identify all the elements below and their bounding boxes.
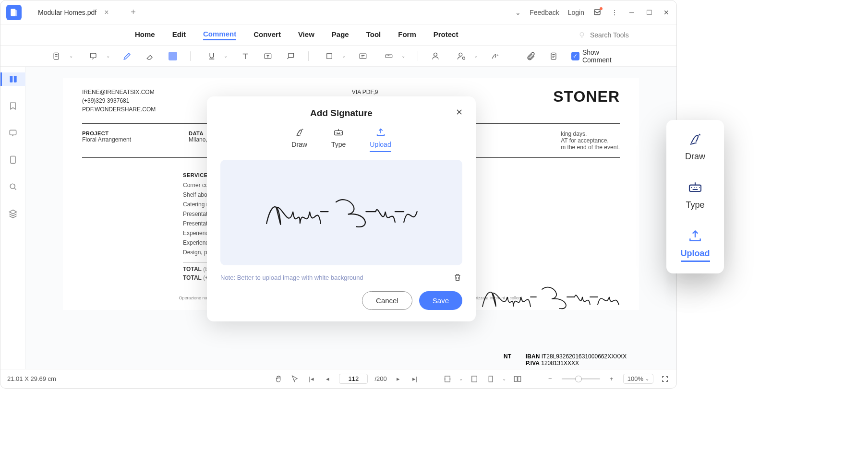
- signature-tool[interactable]: [490, 51, 500, 61]
- stamp-tool[interactable]: [358, 51, 368, 61]
- chevron-down-icon[interactable]: ⌄: [69, 53, 73, 59]
- page-number-input[interactable]: [339, 374, 368, 384]
- sidebar-thumbnails[interactable]: [0, 72, 25, 86]
- lightbulb-icon: [578, 31, 586, 39]
- note-tool[interactable]: [48, 51, 65, 61]
- keyboard-icon: [687, 180, 704, 195]
- svg-rect-25: [335, 130, 343, 135]
- search-tools-input[interactable]: [590, 31, 648, 39]
- draw-icon: [293, 127, 306, 138]
- chevron-down-icon[interactable]: ⌄: [106, 53, 110, 59]
- zoom-out-icon[interactable]: −: [545, 374, 555, 384]
- callout-tool[interactable]: [286, 51, 296, 61]
- person-settings-tool[interactable]: [453, 51, 470, 61]
- minimize-icon[interactable]: ─: [627, 8, 636, 17]
- float-type[interactable]: Type: [674, 180, 716, 210]
- chevron-down-icon[interactable]: ⌄: [515, 9, 521, 16]
- tab-close-icon[interactable]: ×: [104, 8, 108, 17]
- menu-home[interactable]: Home: [135, 30, 155, 39]
- search-tools: [578, 31, 648, 39]
- color-picker[interactable]: [168, 51, 178, 61]
- login-link[interactable]: Login: [568, 9, 584, 16]
- page-dimensions: 21.01 X 29.69 cm: [7, 375, 56, 382]
- sidebar-search[interactable]: [6, 180, 20, 193]
- two-page-icon[interactable]: [513, 374, 522, 384]
- svg-rect-20: [445, 376, 450, 382]
- svg-rect-18: [11, 156, 15, 164]
- maximize-icon[interactable]: ☐: [645, 8, 653, 17]
- signature-preview-area[interactable]: [220, 160, 462, 265]
- modal-tab-upload[interactable]: Upload: [370, 127, 391, 152]
- menu-view[interactable]: View: [298, 30, 314, 39]
- text-tool[interactable]: [240, 51, 250, 61]
- zoom-slider[interactable]: [562, 378, 600, 379]
- sidebar-comments[interactable]: [6, 126, 20, 140]
- doc-brand: STONER: [553, 88, 620, 114]
- modal-tab-draw[interactable]: Draw: [291, 127, 307, 152]
- float-upload[interactable]: Upload: [674, 228, 716, 262]
- modal-title: Add Signature: [220, 108, 462, 118]
- menu-convert[interactable]: Convert: [253, 30, 281, 39]
- menu-comment[interactable]: Comment: [203, 30, 236, 40]
- notification-icon[interactable]: [593, 8, 602, 17]
- menu-tool[interactable]: Tool: [366, 30, 381, 39]
- sidebar-attachments[interactable]: [6, 153, 20, 166]
- fullscreen-icon[interactable]: [660, 374, 670, 384]
- hand-tool-icon[interactable]: [274, 374, 283, 384]
- attachment-tool[interactable]: [526, 51, 536, 61]
- chevron-down-icon[interactable]: ⌄: [342, 53, 346, 59]
- draw-icon: [687, 131, 704, 147]
- app-window: Modular Homes.pdf × + ⌄ Feedback Login ⋮…: [0, 0, 677, 389]
- close-window-icon[interactable]: ✕: [662, 8, 671, 17]
- kebab-menu-icon[interactable]: ⋮: [610, 8, 619, 17]
- float-draw[interactable]: Draw: [674, 131, 716, 162]
- fit-page-icon[interactable]: [470, 374, 479, 384]
- last-page-icon[interactable]: ▸|: [410, 374, 420, 384]
- sidebar-bookmarks[interactable]: [6, 99, 20, 113]
- save-button[interactable]: Save: [419, 291, 462, 310]
- fit-width-icon[interactable]: [443, 374, 452, 384]
- textbox-tool[interactable]: [263, 51, 273, 61]
- measure-tool[interactable]: [381, 51, 398, 61]
- svg-rect-16: [14, 76, 17, 82]
- left-sidebar: [0, 67, 25, 369]
- document-tab[interactable]: Modular Homes.pdf ×: [31, 4, 119, 21]
- zoom-in-icon[interactable]: +: [607, 374, 616, 384]
- single-page-icon[interactable]: [486, 374, 495, 384]
- chevron-down-icon[interactable]: ⌄: [401, 53, 405, 59]
- menu-form[interactable]: Form: [398, 30, 416, 39]
- person-tool[interactable]: [431, 51, 441, 61]
- cancel-button[interactable]: Cancel: [362, 291, 412, 310]
- select-tool-icon[interactable]: [290, 374, 300, 384]
- shape-tool[interactable]: [321, 51, 338, 61]
- chevron-down-icon[interactable]: ⌄: [224, 53, 228, 59]
- comment-tool[interactable]: [85, 51, 102, 61]
- pencil-tool[interactable]: [122, 51, 133, 61]
- status-bar: 21.01 X 29.69 cm |◂ ◂ /200 ▸ ▸| ⌄ ⌄ − + …: [0, 369, 676, 388]
- chevron-down-icon[interactable]: ⌄: [474, 53, 478, 59]
- svg-point-19: [10, 184, 15, 189]
- feedback-link[interactable]: Feedback: [530, 9, 559, 16]
- doc-payment-block: NT IBAN IT28L9326201631000662XXXXX P.IVA…: [504, 350, 628, 367]
- new-tab-button[interactable]: +: [126, 5, 141, 20]
- keyboard-icon: [332, 127, 345, 138]
- underline-tool[interactable]: [203, 51, 220, 61]
- menu-protect[interactable]: Protect: [434, 30, 458, 39]
- first-page-icon[interactable]: |◂: [306, 374, 316, 384]
- modal-tabs: Draw Type Upload: [220, 127, 462, 152]
- menu-edit[interactable]: Edit: [172, 30, 186, 39]
- delete-signature-icon[interactable]: [453, 272, 462, 283]
- prev-page-icon[interactable]: ◂: [323, 374, 332, 384]
- checkbox-icon: ✓: [571, 52, 579, 60]
- svg-rect-22: [489, 376, 493, 382]
- next-page-icon[interactable]: ▸: [394, 374, 403, 384]
- show-comment-toggle[interactable]: ✓ Show Comment: [571, 48, 628, 64]
- zoom-select[interactable]: 100% ⌄: [623, 374, 653, 384]
- sidebar-layers[interactable]: [6, 207, 20, 220]
- eraser-tool[interactable]: [145, 51, 155, 61]
- modal-close-icon[interactable]: ✕: [456, 107, 465, 117]
- clipboard-tool[interactable]: [548, 51, 558, 61]
- svg-rect-26: [689, 185, 701, 191]
- menu-page[interactable]: Page: [332, 30, 349, 39]
- modal-tab-type[interactable]: Type: [331, 127, 346, 152]
